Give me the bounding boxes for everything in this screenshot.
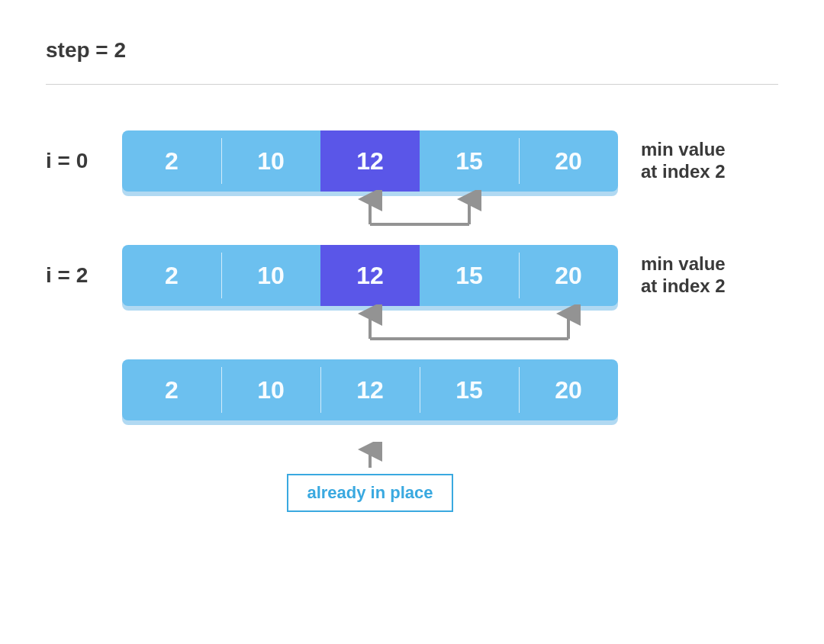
cell-1-4: 20: [519, 245, 618, 306]
row-note-1: min value at index 2: [641, 253, 726, 298]
array-2: 2 10 12 15 20: [122, 359, 618, 420]
cell-1-0: 2: [122, 245, 221, 306]
cell-0-1: 10: [221, 130, 320, 192]
array-row-1: i = 2 2 10 12 15 20 min value at index 2: [46, 245, 778, 306]
row-note-1-line1: min value: [641, 253, 726, 274]
array-1: 2 10 12 15 20: [122, 245, 618, 306]
row-note-1-line2: at index 2: [641, 275, 726, 296]
row-label-0: i = 0: [46, 149, 122, 173]
callout-box: already in place: [287, 474, 452, 512]
row-note-0: min value at index 2: [641, 139, 726, 183]
cell-2-0: 2: [122, 359, 221, 420]
array-row-2: 2 10 12 15 20: [46, 359, 778, 420]
array-row-0: i = 0 2 10 12 15 20 min value at index 2: [46, 130, 778, 192]
cell-0-3: 15: [420, 130, 519, 192]
cell-2-2: 12: [320, 359, 420, 420]
callout-arrow: [122, 443, 618, 474]
callout-group: already in place: [122, 443, 618, 512]
cell-0-2: 12: [320, 130, 420, 192]
cell-1-3: 15: [420, 245, 519, 306]
cell-2-1: 10: [221, 359, 320, 420]
cell-1-2: 12: [320, 245, 420, 306]
array-0: 2 10 12 15 20: [122, 130, 618, 192]
row-note-0-line1: min value: [641, 139, 726, 159]
row-label-1: i = 2: [46, 263, 122, 288]
cell-2-3: 15: [420, 359, 519, 420]
cell-0-4: 20: [519, 130, 618, 192]
cell-1-1: 10: [221, 245, 320, 306]
cell-0-0: 2: [122, 130, 221, 192]
connector-1: [122, 306, 618, 359]
row-note-0-line2: at index 2: [641, 161, 726, 182]
step-label: step = 2: [46, 38, 778, 63]
connector-0: [122, 192, 618, 245]
divider: [46, 84, 778, 85]
cell-2-4: 20: [519, 359, 618, 420]
